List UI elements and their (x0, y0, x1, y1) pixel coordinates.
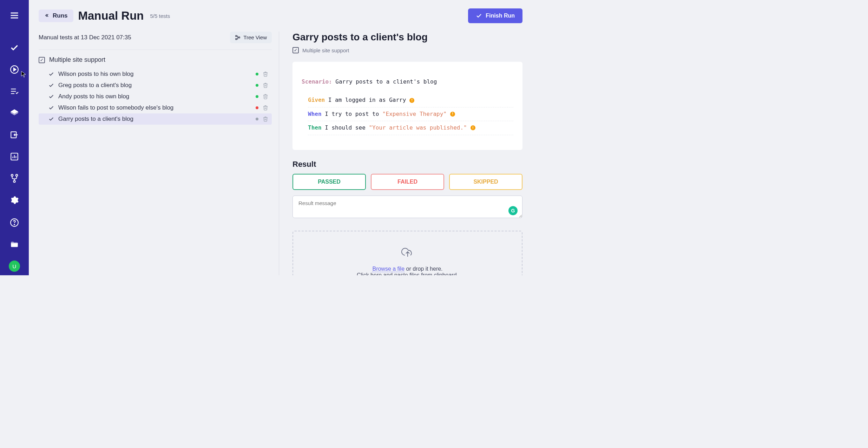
status-dot (256, 95, 258, 98)
main-area: Runs Manual Run 5/5 tests Finish Run Man… (29, 0, 532, 275)
layers-icon[interactable] (9, 107, 20, 119)
step-string: "Your article was published." (369, 124, 467, 131)
file-dropzone[interactable]: Browse a file or drop it here. Click her… (292, 231, 522, 275)
tree-view-label: Tree View (243, 34, 267, 40)
check-icon (48, 71, 54, 77)
warning-icon: ! (471, 125, 475, 130)
trash-icon[interactable] (263, 116, 268, 122)
check-icon (48, 116, 54, 122)
test-list-panel: Manual tests at 13 Dec 2021 07:35 Tree V… (39, 32, 279, 275)
divider (39, 50, 272, 50)
passed-button[interactable]: PASSED (292, 174, 366, 190)
scenario-box: Scenario: Garry posts to a client's blog… (292, 62, 522, 150)
tree-view-button[interactable]: Tree View (230, 32, 272, 43)
drop-text: or drop it here. (405, 266, 443, 272)
folder-icon[interactable] (9, 239, 20, 250)
checkbox-checked-icon (292, 47, 299, 53)
svg-marker-4 (14, 68, 16, 71)
step-line: Given I am logged in as Garry! (308, 93, 513, 107)
detail-title: Garry posts to a client's blog (292, 32, 522, 43)
tree-icon (235, 35, 241, 40)
warning-icon: ! (409, 98, 414, 103)
svg-point-16 (11, 174, 13, 176)
branch-icon[interactable] (9, 173, 20, 184)
test-row[interactable]: Garry posts to a client's blog (39, 113, 272, 125)
step-keyword: When (308, 111, 322, 117)
result-buttons: PASSED FAILED SKIPPED (292, 174, 522, 190)
test-label: Wilson fails to post to somebody else's … (58, 104, 173, 111)
result-heading: Result (292, 160, 522, 169)
trash-icon[interactable] (263, 105, 268, 111)
test-label: Garry posts to a client's blog (58, 116, 133, 123)
svg-point-17 (16, 174, 18, 176)
svg-rect-22 (236, 38, 237, 39)
trash-icon[interactable] (263, 94, 268, 99)
warning-icon: ! (450, 112, 455, 117)
test-label: Andy posts to his own blog (58, 93, 129, 100)
status-dot (256, 84, 258, 87)
svg-rect-21 (236, 35, 237, 37)
gear-icon[interactable] (9, 195, 20, 206)
play-circle-icon[interactable] (9, 64, 20, 75)
back-to-runs-button[interactable]: Runs (39, 9, 73, 22)
status-dot (256, 118, 258, 120)
step-keyword: Then (308, 124, 322, 131)
step-text: I should see (322, 124, 369, 131)
check-icon[interactable] (9, 42, 20, 53)
test-row[interactable]: Wilson fails to post to somebody else's … (39, 102, 272, 113)
checkbox-checked-icon (39, 57, 45, 63)
step-string: "Expensive Therapy" (382, 111, 447, 117)
browse-file-link[interactable]: Browse a file (372, 266, 405, 272)
trash-icon[interactable] (263, 71, 268, 77)
failed-button[interactable]: FAILED (371, 174, 444, 190)
sidebar: U (0, 0, 29, 275)
status-dot (256, 106, 258, 109)
step-line: When I try to post to "Expensive Therapy… (308, 107, 513, 121)
upload-icon (300, 245, 515, 261)
import-icon[interactable] (9, 129, 20, 140)
detail-context: Multiple site support (292, 47, 522, 53)
scenario-keyword: Scenario: (302, 78, 332, 85)
dropzone-text-line2: Click here and paste files from clipboar… (300, 272, 515, 275)
chevron-left-icon (44, 13, 49, 19)
grammarly-icon[interactable]: G (508, 206, 518, 215)
detail-context-label: Multiple site support (302, 47, 349, 53)
menu-icon[interactable] (9, 10, 20, 21)
trash-icon[interactable] (263, 83, 268, 88)
svg-rect-23 (239, 37, 240, 38)
svg-point-20 (14, 224, 15, 225)
group-header[interactable]: Multiple site support (39, 55, 272, 65)
test-row[interactable]: Wilson posts to his own blog (39, 68, 272, 80)
result-message-input[interactable] (292, 196, 522, 218)
status-dot (256, 73, 258, 75)
step-line: Then I should see "Your article was publ… (308, 121, 513, 135)
test-detail-panel: Garry posts to a client's blog Multiple … (289, 32, 522, 275)
dropzone-text-line1: Browse a file or drop it here. (300, 266, 515, 272)
check-icon (48, 105, 54, 111)
check-icon (476, 13, 482, 19)
test-label: Greg posts to a client's blog (58, 82, 132, 89)
scenario-line: Scenario: Garry posts to a client's blog (302, 77, 513, 87)
finish-run-button[interactable]: Finish Run (468, 8, 522, 23)
back-label: Runs (53, 12, 68, 19)
help-icon[interactable] (9, 217, 20, 228)
check-icon (48, 83, 54, 88)
scenario-name: Garry posts to a client's blog (335, 78, 437, 85)
skipped-button[interactable]: SKIPPED (449, 174, 522, 190)
page-title: Manual Run (78, 9, 144, 22)
checklist-icon[interactable] (9, 86, 20, 97)
chart-icon[interactable] (9, 151, 20, 162)
avatar[interactable]: U (9, 261, 20, 272)
step-text: I am logged in as Garry (325, 97, 406, 103)
check-icon (48, 94, 54, 99)
test-row[interactable]: Andy posts to his own blog (39, 91, 272, 102)
group-label: Multiple site support (49, 56, 105, 64)
header: Runs Manual Run 5/5 tests Finish Run (29, 0, 532, 23)
finish-label: Finish Run (486, 13, 515, 19)
step-text: I try to post to (322, 111, 382, 117)
test-row[interactable]: Greg posts to a client's blog (39, 80, 272, 91)
svg-point-18 (13, 180, 15, 182)
test-count: 5/5 tests (150, 13, 170, 19)
test-label: Wilson posts to his own blog (58, 71, 134, 78)
content: Manual tests at 13 Dec 2021 07:35 Tree V… (29, 23, 532, 275)
